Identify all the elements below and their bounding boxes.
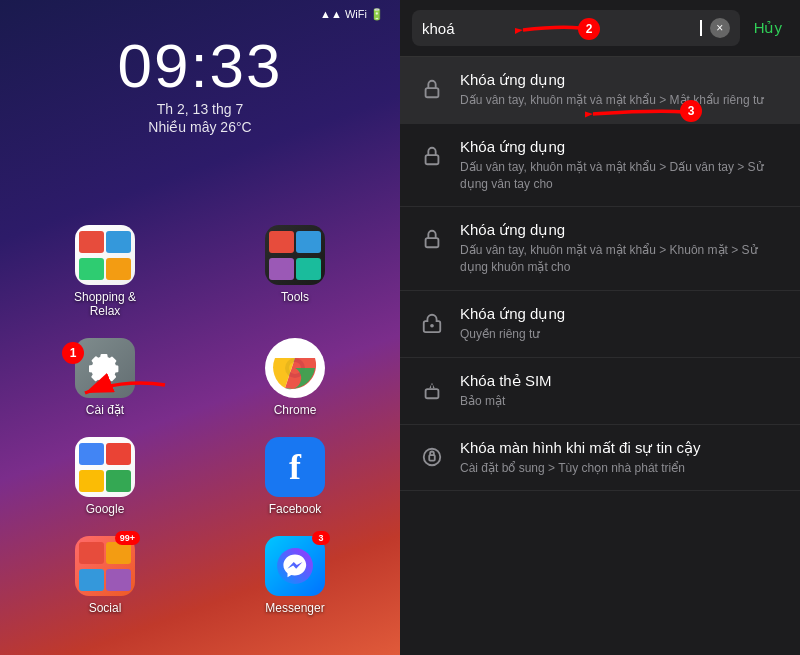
result-text-4: Khóa ứng dụng Quyền riêng tư: [460, 305, 784, 343]
facebook-f: f: [289, 446, 301, 488]
result-subtitle-5: Bảo mật: [460, 393, 784, 410]
annotation-1-badge: 1: [62, 342, 84, 364]
messenger-badge: 3: [312, 531, 330, 545]
result-item-6[interactable]: Khóa màn hình khi mất đi sự tin cậy Cài …: [400, 425, 800, 492]
result-item-2[interactable]: Khóa ứng dụng Dấu vân tay, khuôn mặt và …: [400, 124, 800, 208]
result-subtitle-1: Dấu vân tay, khuôn mặt và mật khẩu > Mật…: [460, 92, 784, 109]
result-text-1: Khóa ứng dụng Dấu vân tay, khuôn mặt và …: [460, 71, 784, 109]
clock: 09:33: [0, 35, 400, 97]
facebook-label: Facebook: [269, 502, 322, 516]
weather: Nhiều mây 26°C: [0, 119, 400, 135]
app-google[interactable]: Google: [68, 437, 143, 516]
search-box[interactable]: khoá ×: [412, 10, 740, 46]
svg-point-2: [277, 548, 313, 584]
result-title-4: Khóa ứng dụng: [460, 305, 784, 323]
app-shopping[interactable]: Shopping & Relax: [68, 225, 143, 318]
result-text-5: Khóa thẻ SIM Bảo mật: [460, 372, 784, 410]
status-bar: ▲▲ WiFi 🔋: [0, 0, 400, 25]
social-label: Social: [89, 601, 122, 615]
tools-icon: [265, 225, 325, 285]
facebook-icon: f: [265, 437, 325, 497]
result-subtitle-3: Dấu vân tay, khuôn mặt và mật khẩu > Khu…: [460, 242, 784, 276]
result-text-6: Khóa màn hình khi mất đi sự tin cậy Cài …: [460, 439, 784, 477]
result-item-5[interactable]: Khóa thẻ SIM Bảo mật: [400, 358, 800, 425]
app-grid: Shopping & Relax Tools: [10, 225, 390, 635]
social-icon: 99+: [75, 536, 135, 596]
result-item-3[interactable]: Khóa ứng dụng Dấu vân tay, khuôn mặt và …: [400, 207, 800, 291]
svg-rect-8: [426, 389, 439, 398]
lock-bolt-icon: [416, 374, 448, 406]
status-right: ▲▲ WiFi 🔋: [320, 8, 384, 21]
app-messenger[interactable]: 3 Messenger: [258, 536, 333, 615]
result-item-4[interactable]: Khóa ứng dụng Quyền riêng tư: [400, 291, 800, 358]
svg-rect-10: [429, 455, 435, 461]
search-query: khoá: [422, 20, 699, 37]
app-tools[interactable]: Tools: [258, 225, 333, 318]
app-row-4: 99+ Social: [10, 536, 390, 615]
lock-icon-3: [416, 223, 448, 255]
result-title-5: Khóa thẻ SIM: [460, 372, 784, 390]
left-panel: ▲▲ WiFi 🔋 09:33 Th 2, 13 thg 7 Nhiều mây…: [0, 0, 400, 655]
date: Th 2, 13 thg 7: [0, 101, 400, 117]
settings-icon: [75, 338, 135, 398]
result-text-3: Khóa ứng dụng Dấu vân tay, khuôn mặt và …: [460, 221, 784, 276]
lock-icon-2: [416, 140, 448, 172]
result-title-1: Khóa ứng dụng: [460, 71, 784, 89]
chrome-svg: [271, 344, 319, 392]
right-panel: khoá × Hủy Khóa ứng dụng Dấu vân tay, kh…: [400, 0, 800, 655]
app-row-1: Shopping & Relax Tools: [10, 225, 390, 318]
svg-rect-4: [426, 88, 439, 97]
messenger-icon: 3: [265, 536, 325, 596]
app-row-3: Google f Facebook: [10, 437, 390, 516]
messenger-label: Messenger: [265, 601, 324, 615]
chrome-icon: [265, 338, 325, 398]
google-label: Google: [86, 502, 125, 516]
result-item-1[interactable]: Khóa ứng dụng Dấu vân tay, khuôn mặt và …: [400, 57, 800, 124]
result-title-2: Khóa ứng dụng: [460, 138, 784, 156]
app-social[interactable]: 99+ Social: [68, 536, 143, 615]
app-chrome[interactable]: Chrome: [258, 338, 333, 417]
time-display: 09:33 Th 2, 13 thg 7 Nhiều mây 26°C: [0, 35, 400, 135]
shopping-label: Shopping & Relax: [68, 290, 143, 318]
search-header: khoá × Hủy: [400, 0, 800, 57]
annotation-2-badge: 2: [578, 18, 600, 40]
result-subtitle-4: Quyền riêng tư: [460, 326, 784, 343]
search-panel: khoá × Hủy Khóa ứng dụng Dấu vân tay, kh…: [400, 0, 800, 655]
gear-svg: [87, 350, 123, 386]
social-badge: 99+: [115, 531, 140, 545]
chrome-label: Chrome: [274, 403, 317, 417]
messenger-svg: [276, 547, 314, 585]
tools-label: Tools: [281, 290, 309, 304]
search-results: Khóa ứng dụng Dấu vân tay, khuôn mặt và …: [400, 57, 800, 655]
search-cursor: [700, 20, 702, 36]
result-title-6: Khóa màn hình khi mất đi sự tin cậy: [460, 439, 784, 457]
svg-rect-5: [426, 155, 439, 164]
svg-rect-6: [426, 238, 439, 247]
cancel-button[interactable]: Hủy: [748, 15, 788, 41]
clear-button[interactable]: ×: [710, 18, 730, 38]
settings-label: Cài đặt: [86, 403, 124, 417]
result-title-3: Khóa ứng dụng: [460, 221, 784, 239]
google-icon: [75, 437, 135, 497]
result-subtitle-6: Cài đặt bổ sung > Tùy chọn nhà phát triể…: [460, 460, 784, 477]
svg-point-7: [430, 324, 434, 328]
lock-settings-icon: [416, 307, 448, 339]
result-subtitle-2: Dấu vân tay, khuôn mặt và mật khẩu > Dấu…: [460, 159, 784, 193]
app-facebook[interactable]: f Facebook: [258, 437, 333, 516]
lock-icon-1: [416, 73, 448, 105]
shopping-icon: [75, 225, 135, 285]
lock-circle-icon: [416, 441, 448, 473]
annotation-3-badge: 3: [680, 100, 702, 122]
result-text-2: Khóa ứng dụng Dấu vân tay, khuôn mặt và …: [460, 138, 784, 193]
